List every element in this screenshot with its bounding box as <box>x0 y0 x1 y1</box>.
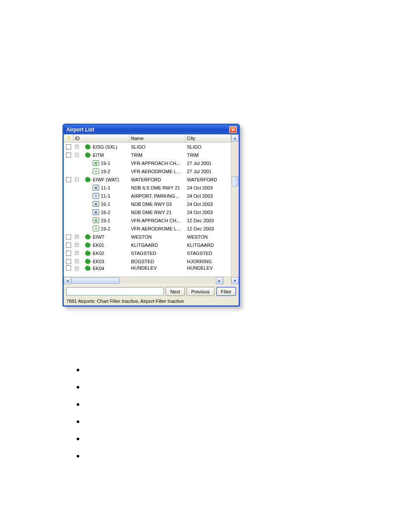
row-name: VFR AERODROME L... <box>129 226 185 231</box>
expand-icon[interactable]: + <box>75 259 79 263</box>
column-name[interactable]: Name <box>129 134 185 142</box>
collapse-icon[interactable]: - <box>75 153 79 157</box>
row-city: KLITGAARD <box>185 243 231 248</box>
grid-rows: +·EISG (SXL)SLIGOSLIGO-·EITMTRIMTRIM·19-… <box>64 143 231 277</box>
expand-icon[interactable]: + <box>75 251 79 255</box>
scroll-right-button[interactable]: ► <box>216 277 223 284</box>
toolbar: Next Previous Filter <box>64 284 239 298</box>
row-id: EISG (SXL) <box>93 144 117 149</box>
airport-row[interactable]: +·EK01KLITGAARDKLITGAARD <box>64 241 231 249</box>
airport-row[interactable]: -·EITMTRIMTRIM <box>64 151 231 159</box>
chart-icon <box>93 201 99 207</box>
favorite-checkbox[interactable] <box>66 177 71 182</box>
status-bar: 7881 Airports: Chart Filter Inactive, Ai… <box>64 298 239 305</box>
row-name: VFR APPROACH CH... <box>129 218 185 223</box>
chart-icon <box>93 193 99 199</box>
row-name: HUNDELEV <box>129 265 185 271</box>
gear-icon <box>85 177 91 183</box>
column-headers: ID Name City <box>64 134 231 143</box>
row-city: 12 Dec 2003 <box>185 218 231 223</box>
column-city[interactable]: City <box>185 134 231 142</box>
row-name: VFR APPROACH CH... <box>129 161 185 166</box>
favorite-checkbox[interactable] <box>66 265 71 271</box>
horizontal-scrollbar[interactable]: ◄ ► <box>64 277 231 284</box>
row-name: STAGSTED <box>129 251 185 256</box>
row-id: 19-1 <box>101 161 110 166</box>
row-city: 27 Jul 2001 <box>185 169 231 174</box>
row-name: KLITGAARD <box>129 243 185 248</box>
row-city: WATERFORD <box>185 177 231 182</box>
row-city: 24 Oct 2003 <box>185 185 231 190</box>
row-city: STAGSTED <box>185 251 231 256</box>
row-city: 24 Oct 2003 <box>185 193 231 199</box>
column-favorite[interactable] <box>64 134 73 142</box>
airport-row[interactable]: -·EIWF (WAT)WATERFORDWATERFORD <box>64 175 231 184</box>
row-id: EITM <box>93 152 104 158</box>
chart-icon <box>93 226 99 231</box>
row-id: EIWF (WAT) <box>93 177 119 182</box>
expand-icon[interactable]: + <box>75 235 79 239</box>
chart-row[interactable]: ·19-1VFR APPROACH CH...27 Jul 2001 <box>64 159 231 167</box>
expand-icon[interactable]: + <box>75 267 79 271</box>
row-id: 11-1 <box>101 193 110 199</box>
scroll-down-button[interactable]: ▼ <box>231 277 239 284</box>
vertical-scrollbar[interactable]: ▲ ▼ <box>231 134 239 284</box>
airport-row[interactable]: +·EIWTWESTONWESTON <box>64 233 231 241</box>
row-name: WESTON <box>129 234 185 240</box>
filter-button[interactable]: Filter <box>216 287 236 296</box>
scroll-up-button[interactable]: ▲ <box>231 134 239 142</box>
row-id: EIWT <box>93 234 105 240</box>
expand-icon[interactable]: + <box>75 145 79 149</box>
titlebar[interactable]: Airport List ✕ <box>64 125 239 134</box>
row-id: 19-1 <box>101 218 110 223</box>
row-name: BOGSTED <box>129 259 185 264</box>
row-id: 19-2 <box>101 169 110 174</box>
gear-icon <box>85 258 91 264</box>
gear-icon <box>85 234 91 240</box>
airport-row[interactable]: +·EK03BOGSTEDHJORRING <box>64 257 231 265</box>
favorite-checkbox[interactable] <box>66 243 71 248</box>
column-id[interactable]: ID <box>73 134 129 142</box>
row-city: 24 Oct 2003 <box>185 210 231 215</box>
airport-row[interactable]: +·EK04HUNDELEVHUNDELEV <box>64 265 231 271</box>
next-button[interactable]: Next <box>165 287 185 296</box>
window-title: Airport List <box>66 127 94 133</box>
favorite-checkbox[interactable] <box>66 259 71 264</box>
chart-row[interactable]: ·16-2NDB DME RWY 2124 Oct 2003 <box>64 208 231 216</box>
gear-icon <box>85 265 91 271</box>
row-name: NDB ILS DME RWY 21 <box>129 185 185 190</box>
airport-row[interactable]: +·EK02STAGSTEDSTAGSTED <box>64 249 231 257</box>
scroll-left-button[interactable]: ◄ <box>64 277 71 284</box>
row-id: EK02 <box>93 251 104 256</box>
row-id: EK03 <box>93 259 104 264</box>
chart-row[interactable]: ·11-1NDB ILS DME RWY 2124 Oct 2003 <box>64 184 231 192</box>
gear-icon <box>85 250 91 256</box>
chart-row[interactable]: ·19-2VFR AERODROME L...27 Jul 2001 <box>64 167 231 175</box>
hscroll-thumb[interactable] <box>72 277 120 284</box>
chart-icon <box>93 160 99 166</box>
favorite-checkbox[interactable] <box>66 234 71 240</box>
chart-row[interactable]: ·16-1NDB DME RWY 0324 Oct 2003 <box>64 200 231 208</box>
gear-icon <box>85 144 91 150</box>
favorite-checkbox[interactable] <box>66 144 71 149</box>
favorite-checkbox[interactable] <box>66 251 71 256</box>
favorite-checkbox[interactable] <box>66 152 71 158</box>
chart-row[interactable]: ·19-1VFR APPROACH CH...12 Dec 2003 <box>64 216 231 224</box>
row-name: AIRPORT, PARKING... <box>129 193 185 199</box>
row-id: 19-2 <box>101 226 110 231</box>
previous-button[interactable]: Previous <box>187 287 215 296</box>
close-button[interactable]: ✕ <box>229 126 237 133</box>
row-city: 27 Jul 2001 <box>185 161 231 166</box>
row-name: VFR AERODROME L... <box>129 169 185 174</box>
expand-icon[interactable]: + <box>75 243 79 247</box>
row-city: HJORRING <box>185 259 231 264</box>
row-city: 24 Oct 2003 <box>185 202 231 207</box>
chart-row[interactable]: ·11-1AIRPORT, PARKING...24 Oct 2003 <box>64 192 231 200</box>
vscroll-thumb[interactable] <box>232 176 238 187</box>
collapse-icon[interactable]: - <box>75 177 79 181</box>
airport-row[interactable]: +·EISG (SXL)SLIGOSLIGO <box>64 143 231 151</box>
row-id: 11-1 <box>101 185 110 190</box>
chart-icon <box>93 209 99 215</box>
chart-row[interactable]: ·19-2VFR AERODROME L...12 Dec 2003 <box>64 224 231 233</box>
search-input[interactable] <box>66 287 164 296</box>
